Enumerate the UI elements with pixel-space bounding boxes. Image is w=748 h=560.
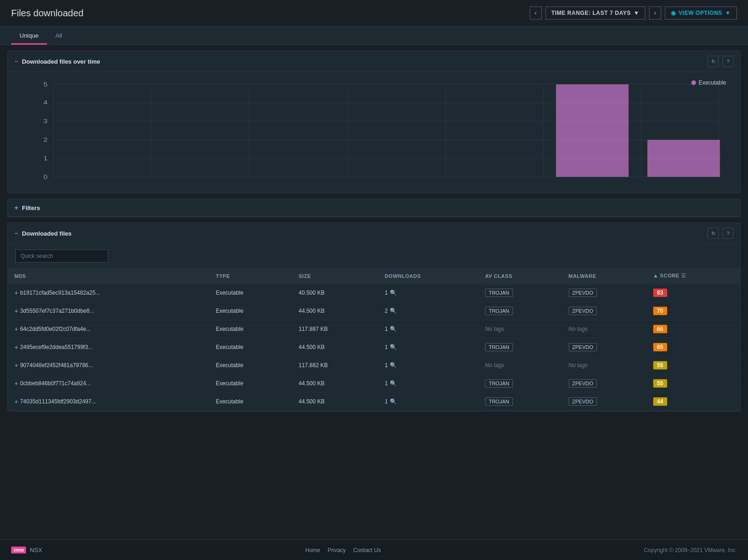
expand-row-icon[interactable]: +	[14, 343, 18, 351]
chart-help-button[interactable]: ?	[722, 56, 734, 67]
chart-section-title: − Downloaded files over time	[14, 58, 100, 65]
search-icon[interactable]: 🔍	[390, 326, 397, 332]
chart-refresh-button[interactable]: ↻	[708, 56, 719, 67]
footer-link-home[interactable]: Home	[305, 547, 320, 553]
view-options-label: VIEW OPTIONS	[679, 10, 722, 16]
filters-expand-icon[interactable]: +	[14, 204, 18, 211]
col-header-md5[interactable]: MD5	[8, 268, 209, 284]
col-header-downloads[interactable]: DOWNLOADS	[378, 268, 479, 284]
svg-text:2021-07-03: 2021-07-03	[85, 181, 119, 182]
table-row[interactable]: +3d55507ef7c37a271b0dbe8...Executable44.…	[8, 302, 740, 320]
footer-links: Home Privacy Contact Us	[305, 547, 381, 553]
time-range-prev-button[interactable]: ‹	[530, 7, 542, 20]
footer-link-contact[interactable]: Contact Us	[353, 547, 381, 553]
search-icon[interactable]: 🔍	[390, 308, 397, 314]
footer: vmw NSX Home Privacy Contact Us Copyrigh…	[0, 540, 748, 560]
malware-no-tags: No tags	[569, 326, 588, 332]
table-section-header: − Downloaded files ↻ ?	[8, 223, 740, 244]
cell-type: Executable	[209, 375, 292, 393]
chart-svg: 5 4 3 2 1 0 2021-07-03 2021-07-04 2021-0…	[17, 79, 731, 182]
md5-value: b19171cfad5ec913a15482a25...	[20, 290, 100, 296]
svg-rect-21	[647, 140, 720, 177]
col-header-size[interactable]: SIZE	[292, 268, 378, 284]
cell-size: 117.887 KB	[292, 320, 378, 338]
search-icon[interactable]: 🔍	[390, 398, 397, 405]
search-icon[interactable]: 🔍	[390, 362, 397, 369]
cell-type: Executable	[209, 393, 292, 411]
cell-av-class: TROJAN	[479, 393, 562, 411]
table-row[interactable]: +74035d111345fdf2903d2497...Executable44…	[8, 393, 740, 411]
table-row[interactable]: +9074048ef2452f481a79786...Executable117…	[8, 356, 740, 375]
filters-section-title: + Filters	[14, 204, 40, 211]
cell-downloads: 1🔍	[378, 356, 479, 375]
cell-type: Executable	[209, 356, 292, 375]
col-header-malware[interactable]: MALWARE	[562, 268, 647, 284]
table-row[interactable]: +64c2dd5fd0e02f2c07dfa4e...Executable117…	[8, 320, 740, 338]
download-count: 2	[385, 308, 388, 314]
expand-row-icon[interactable]: +	[14, 362, 18, 369]
table-collapse-icon[interactable]: −	[14, 230, 18, 237]
col-header-score[interactable]: ▲ SCORE ☰	[647, 268, 740, 284]
time-range-button[interactable]: TIME RANGE: LAST 7 DAYS ▼	[545, 7, 645, 20]
col-header-type[interactable]: TYPE	[209, 268, 292, 284]
md5-value: 64c2dd5fd0e02f2c07dfa4e...	[20, 326, 91, 332]
score-badge: 55	[653, 361, 667, 369]
expand-row-icon[interactable]: +	[14, 289, 18, 296]
expand-row-icon[interactable]: +	[14, 325, 18, 333]
expand-row-icon[interactable]: +	[14, 307, 18, 315]
av-class-badge: TROJAN	[485, 379, 513, 388]
tab-unique[interactable]: Unique	[11, 26, 47, 45]
chart-area: Executable 5 4 3 2 1 0	[8, 72, 740, 193]
tab-all[interactable]: All	[47, 26, 70, 45]
svg-text:3: 3	[43, 118, 47, 125]
download-count: 1	[385, 362, 388, 369]
time-range-next-button[interactable]: ›	[649, 7, 661, 20]
column-menu-icon[interactable]: ☰	[681, 273, 686, 278]
col-header-av-class[interactable]: AV CLASS	[479, 268, 562, 284]
cell-md5: +b19171cfad5ec913a15482a25...	[8, 284, 209, 302]
cell-av-class: No tags	[479, 356, 562, 375]
av-class-no-tags: No tags	[485, 326, 504, 332]
score-badge: 65	[653, 343, 667, 351]
eye-icon: ◉	[671, 10, 676, 16]
search-bar-wrapper	[8, 244, 740, 268]
table-row[interactable]: +2495ecef9e2ddea551799f3...Executable44.…	[8, 338, 740, 356]
download-count: 1	[385, 344, 388, 350]
score-badge: 55	[653, 379, 667, 388]
download-count: 1	[385, 290, 388, 296]
table-section-title: − Downloaded files	[14, 230, 72, 237]
table-row[interactable]: +0cbbeb846b0f771c74a924...Executable44.5…	[8, 375, 740, 393]
top-header: Files downloaded ‹ TIME RANGE: LAST 7 DA…	[0, 0, 748, 26]
search-icon[interactable]: 🔍	[390, 380, 397, 387]
chart-collapse-icon[interactable]: −	[14, 58, 18, 65]
search-icon[interactable]: 🔍	[390, 344, 397, 350]
page-title: Files downloaded	[11, 8, 84, 19]
svg-text:1: 1	[43, 155, 47, 161]
cell-downloads: 1🔍	[378, 393, 479, 411]
view-options-button[interactable]: ◉ VIEW OPTIONS ▼	[665, 7, 737, 20]
cell-size: 40.500 KB	[292, 284, 378, 302]
expand-row-icon[interactable]: +	[14, 398, 18, 405]
footer-link-privacy[interactable]: Privacy	[328, 547, 346, 553]
cell-av-class: TROJAN	[479, 375, 562, 393]
cell-malware: ZPEVDO	[562, 284, 647, 302]
vmw-logo: vmw	[11, 547, 26, 553]
table-help-button[interactable]: ?	[722, 228, 734, 239]
av-class-badge: TROJAN	[485, 397, 513, 406]
table-row[interactable]: +b19171cfad5ec913a15482a25...Executable4…	[8, 284, 740, 302]
view-options-chevron-icon: ▼	[725, 10, 731, 16]
malware-badge: ZPEVDO	[569, 379, 597, 388]
cell-type: Executable	[209, 338, 292, 356]
footer-brand: vmw NSX	[11, 547, 42, 553]
table-refresh-button[interactable]: ↻	[708, 228, 719, 239]
av-class-badge: TROJAN	[485, 307, 513, 315]
search-input[interactable]	[15, 250, 108, 263]
cell-type: Executable	[209, 284, 292, 302]
cell-score: 70	[647, 302, 740, 320]
search-icon[interactable]: 🔍	[390, 290, 397, 296]
cell-malware: ZPEVDO	[562, 302, 647, 320]
table-section-controls: ↻ ?	[708, 228, 734, 239]
cell-score: 55	[647, 356, 740, 375]
expand-row-icon[interactable]: +	[14, 380, 18, 387]
cell-md5: +2495ecef9e2ddea551799f3...	[8, 338, 209, 356]
